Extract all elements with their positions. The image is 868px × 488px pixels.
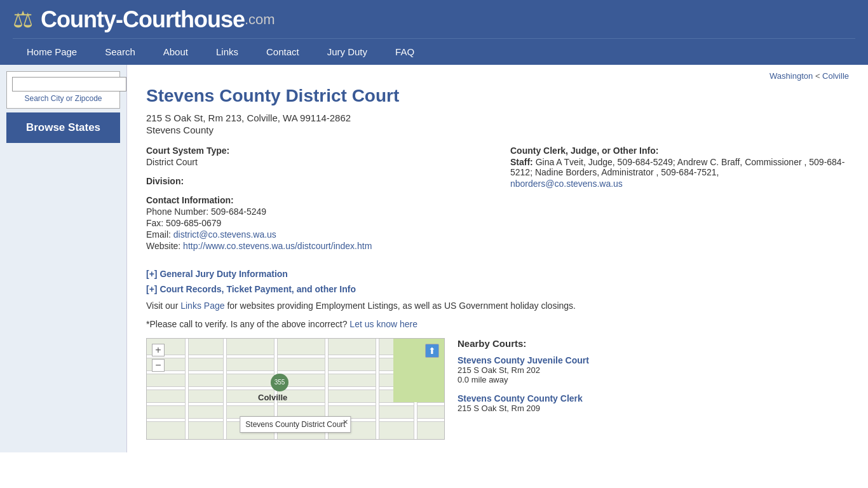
court-records-link[interactable]: [+] Court Records, Ticket Payment, and o… xyxy=(146,284,849,294)
info-left: Court System Type: District Court Divisi… xyxy=(146,146,485,260)
verify-text: *Please call to verify. Is any of the ab… xyxy=(146,319,849,329)
map-route-icon[interactable]: ⬆ xyxy=(425,344,439,358)
email-label: Email: xyxy=(146,229,173,240)
map-zoom-in[interactable]: + xyxy=(152,344,165,356)
site-title: County-Courthouse xyxy=(41,6,245,33)
nav-home[interactable]: Home Page xyxy=(13,39,91,65)
breadcrumb: Washington < Colville xyxy=(146,71,849,81)
nav-links[interactable]: Links xyxy=(202,39,252,65)
county-clerk-section: County Clerk, Judge, or Other Info: Staf… xyxy=(510,146,849,189)
visit-after: for websites providing Employment Listin… xyxy=(225,301,576,311)
email-link[interactable]: district@co.stevens.wa.us xyxy=(173,229,276,240)
page-body: GO Search City or Zipcode Browse States … xyxy=(0,65,868,452)
breadcrumb-state[interactable]: Washington xyxy=(770,71,813,81)
website-row: Website: http://www.co.stevens.wa.us/dis… xyxy=(146,241,485,251)
nav-jury-duty[interactable]: Jury Duty xyxy=(313,39,381,65)
division-label: Division: xyxy=(146,176,184,186)
staff-value: Staff: Gina A Tveit, Judge, 509-684-5249… xyxy=(510,157,849,177)
map-colville-label: Colville xyxy=(258,393,287,402)
road-h4 xyxy=(147,402,444,406)
email-row: Email: district@co.stevens.wa.us xyxy=(146,229,485,240)
map-popup-close[interactable]: ✕ xyxy=(342,418,348,426)
phone-value: Phone Number: 509-684-5249 xyxy=(146,207,485,217)
nav-faq[interactable]: FAQ xyxy=(381,39,428,65)
map-zoom-out[interactable]: − xyxy=(152,359,165,372)
info-right: County Clerk, Judge, or Other Info: Staf… xyxy=(510,146,849,260)
website-label: Website: xyxy=(146,241,183,251)
road-v5 xyxy=(376,339,379,439)
map-nearby-row: 355 Colville + − ⬆ ✕ Stevens County Dist… xyxy=(146,338,849,440)
browse-states-button[interactable]: Browse States xyxy=(6,112,120,143)
staff-text: Gina A Tveit, Judge, 509-684-5249; Andre… xyxy=(510,157,844,177)
nearby-court-2-name[interactable]: Stevens County County Clerk xyxy=(458,393,583,403)
fax-value: Fax: 509-685-0679 xyxy=(146,218,485,228)
nav-contact[interactable]: Contact xyxy=(252,39,313,65)
road-v1 xyxy=(185,339,189,439)
nav-search[interactable]: Search xyxy=(91,39,149,65)
let-us-know-link[interactable]: Let us know here xyxy=(349,319,417,329)
map-popup: ✕ Stevens County District Court xyxy=(240,416,351,433)
court-system-label: Court System Type: xyxy=(146,146,229,156)
route-badge-number: 355 xyxy=(275,379,285,386)
search-row: GO xyxy=(12,77,114,92)
nearby-court-2: Stevens County County Clerk 215 S Oak St… xyxy=(458,393,849,413)
road-v2 xyxy=(223,339,227,439)
staff-email-link[interactable]: nborders@co.stevens.wa.us xyxy=(510,179,623,189)
contact-section: Contact Information: Phone Number: 509-6… xyxy=(146,195,485,251)
court-system-value: District Court xyxy=(146,157,485,167)
nearby-court-1-name[interactable]: Stevens County Juvenile Court xyxy=(458,355,589,365)
court-county: Stevens County xyxy=(146,125,849,135)
links-page-link[interactable]: Links Page xyxy=(180,301,224,311)
contact-label: Contact Information: xyxy=(146,195,234,205)
nearby-court-1: Stevens County Juvenile Court 215 S Oak … xyxy=(458,355,849,384)
staff-label: Staff: xyxy=(510,157,536,167)
nearby-courts: Nearby Courts: Stevens County Juvenile C… xyxy=(458,338,849,440)
search-box-area: GO Search City or Zipcode xyxy=(6,71,120,109)
nearby-court-1-addr: 215 S Oak St, Rm 202 xyxy=(458,365,849,375)
nav-about[interactable]: About xyxy=(149,39,202,65)
court-address: 215 S Oak St, Rm 213, Colville, WA 99114… xyxy=(146,112,849,123)
map-popup-text: Stevens County District Court xyxy=(245,420,345,429)
site-header: ⚖ County-Courthouse .com Home Page Searc… xyxy=(0,0,868,65)
main-navigation: Home Page Search About Links Contact Jur… xyxy=(13,38,855,65)
main-content: Washington < Colville Stevens County Dis… xyxy=(127,65,868,452)
nearby-court-2-addr: 215 S Oak St, Rm 209 xyxy=(458,403,849,413)
division-section: Division: xyxy=(146,176,485,186)
breadcrumb-separator: < xyxy=(815,71,822,81)
scales-icon: ⚖ xyxy=(13,6,33,33)
map-container: 355 Colville + − ⬆ ✕ Stevens County Dist… xyxy=(146,338,445,440)
map-background: 355 Colville + − ⬆ ✕ Stevens County Dist… xyxy=(147,339,444,439)
info-grid: Court System Type: District Court Divisi… xyxy=(146,146,849,260)
nearby-court-1-dist: 0.0 mile away xyxy=(458,375,849,384)
search-input[interactable] xyxy=(12,77,126,92)
verify-before: *Please call to verify. Is any of the ab… xyxy=(146,319,349,329)
sidebar: GO Search City or Zipcode Browse States xyxy=(0,65,127,452)
county-clerk-label: County Clerk, Judge, or Other Info: xyxy=(510,146,658,156)
breadcrumb-city[interactable]: Colville xyxy=(822,71,849,81)
site-title-com: .com xyxy=(245,11,275,28)
jury-duty-link[interactable]: [+] General Jury Duty Information xyxy=(146,269,849,279)
visit-before: Visit our xyxy=(146,301,180,311)
court-system-section: Court System Type: District Court xyxy=(146,146,485,167)
route-badge: 355 xyxy=(271,374,288,391)
logo-area: ⚖ County-Courthouse .com xyxy=(13,6,855,38)
search-city-label: Search City or Zipcode xyxy=(12,94,114,103)
website-link[interactable]: http://www.co.stevens.wa.us/distcourt/in… xyxy=(183,241,372,251)
staff-email: nborders@co.stevens.wa.us xyxy=(510,179,849,189)
visit-text: Visit our Links Page for websites provid… xyxy=(146,299,849,313)
court-title: Stevens County District Court xyxy=(146,86,849,106)
nearby-courts-title: Nearby Courts: xyxy=(458,338,849,349)
